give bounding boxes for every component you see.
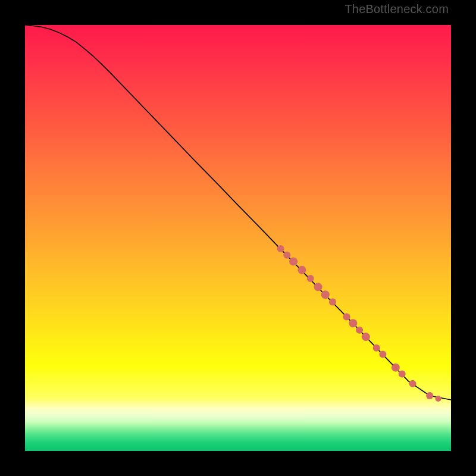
data-marker bbox=[321, 290, 330, 299]
watermark-text: TheBottleneck.com bbox=[345, 2, 449, 16]
data-marker bbox=[329, 298, 336, 305]
data-marker bbox=[289, 257, 298, 265]
data-marker bbox=[343, 313, 350, 320]
data-marker bbox=[426, 392, 433, 399]
data-marker bbox=[436, 396, 441, 402]
data-marker bbox=[362, 333, 370, 341]
data-marker bbox=[277, 245, 284, 252]
data-marker bbox=[307, 275, 314, 282]
chart-stage: TheBottleneck.com bbox=[0, 0, 476, 476]
data-marker bbox=[356, 327, 363, 334]
chart-overlay bbox=[25, 25, 451, 451]
data-marker bbox=[349, 319, 357, 327]
plot-area bbox=[25, 25, 451, 451]
data-marker bbox=[373, 345, 380, 352]
data-marker bbox=[298, 266, 306, 274]
data-marker bbox=[392, 364, 400, 372]
data-marker bbox=[409, 380, 416, 387]
data-marker bbox=[314, 283, 322, 291]
data-marker bbox=[379, 350, 386, 358]
marker-group bbox=[277, 245, 441, 402]
data-marker bbox=[399, 370, 406, 377]
curve-line bbox=[25, 25, 451, 400]
data-marker bbox=[283, 252, 290, 259]
